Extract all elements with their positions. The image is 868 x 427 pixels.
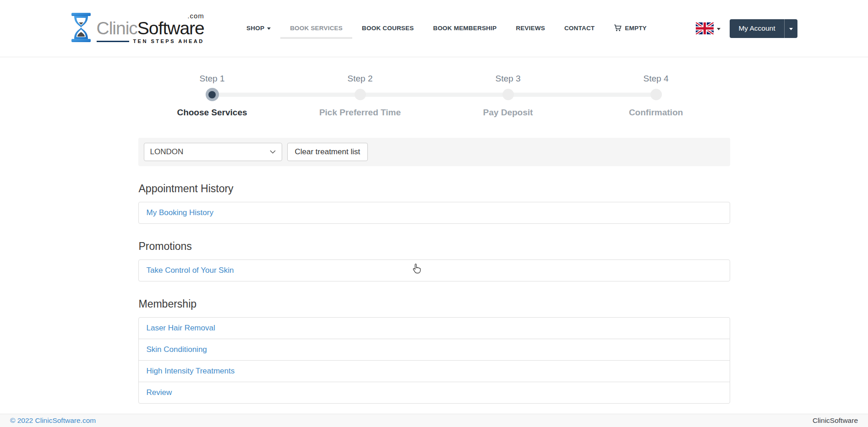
- step-4-indicator[interactable]: [650, 89, 662, 100]
- review-link[interactable]: Review: [147, 388, 172, 397]
- step-2-title: Step 2: [286, 74, 434, 84]
- chevron-down-icon: [789, 28, 793, 30]
- list-item[interactable]: My Booking History: [139, 202, 730, 223]
- nav-contact[interactable]: CONTACT: [555, 18, 604, 39]
- cart-icon: [614, 24, 622, 32]
- take-control-of-your-skin-link[interactable]: Take Control of Your Skin: [147, 266, 234, 275]
- section-heading-promotions: Promotions: [139, 240, 730, 253]
- footer-brand-text: ClinicSoftware: [813, 416, 858, 425]
- membership-list: Laser Hair Removal Skin Conditioning Hig…: [138, 317, 730, 404]
- high-intensity-treatments-link[interactable]: High Intensity Treatments: [147, 367, 235, 375]
- chevron-down-icon: [717, 28, 721, 30]
- step-4-title: Step 4: [582, 74, 730, 84]
- booking-step-progress: Step 1 Step 2 Step 3 Step 4 Choose Servi…: [138, 74, 730, 118]
- main-nav: SHOP BOOK SERVICES BOOK COURSES BOOK MEM…: [208, 18, 685, 39]
- chevron-down-icon: [267, 27, 271, 30]
- nav-shop[interactable]: SHOP: [237, 18, 280, 39]
- hourglass-logo-icon: [71, 12, 92, 44]
- location-select[interactable]: LONDON: [144, 143, 282, 161]
- appointment-history-list: My Booking History: [138, 202, 730, 224]
- logo-wordmark: ClinicSoftware: [97, 19, 204, 38]
- step-2-indicator[interactable]: [355, 89, 366, 100]
- list-item[interactable]: Review: [139, 382, 730, 403]
- section-heading-membership: Membership: [139, 298, 730, 310]
- step-2-label: Pick Preferred Time: [286, 108, 434, 118]
- uk-flag-icon: [696, 22, 714, 34]
- my-account-button[interactable]: My Account: [730, 19, 784, 38]
- nav-book-membership[interactable]: BOOK MEMBERSHIP: [423, 18, 506, 39]
- laser-hair-removal-link[interactable]: Laser Hair Removal: [147, 324, 215, 332]
- list-item[interactable]: Take Control of Your Skin: [139, 260, 730, 281]
- step-3-indicator[interactable]: [502, 89, 514, 100]
- list-item[interactable]: Skin Conditioning: [139, 339, 730, 360]
- logo-underline: [97, 41, 130, 42]
- language-selector[interactable]: [696, 22, 721, 34]
- chevron-down-icon: [270, 150, 276, 154]
- nav-book-courses[interactable]: BOOK COURSES: [352, 18, 423, 39]
- nav-book-services[interactable]: BOOK SERVICES: [280, 18, 352, 39]
- nav-cart-empty[interactable]: EMPTY: [604, 18, 656, 39]
- nav-reviews[interactable]: REVIEWS: [506, 18, 555, 39]
- step-3-title: Step 3: [434, 74, 582, 84]
- skin-conditioning-link[interactable]: Skin Conditioning: [147, 345, 207, 354]
- step-1-indicator-active[interactable]: [206, 88, 219, 101]
- clinicsoftware-logo[interactable]: .com ClinicSoftware TEN STEPS AHEAD: [71, 12, 208, 44]
- my-account-dropdown-toggle[interactable]: [784, 19, 797, 38]
- promotions-list: Take Control of Your Skin: [138, 259, 730, 281]
- footer: © 2022 ClinicSoftware.com ClinicSoftware: [0, 414, 868, 427]
- logo-tagline: TEN STEPS AHEAD: [133, 38, 204, 44]
- section-heading-appointment-history: Appointment History: [139, 183, 730, 195]
- location-select-value: LONDON: [150, 147, 184, 157]
- location-toolbar: LONDON Clear treatment list: [138, 138, 730, 166]
- clear-treatment-list-button[interactable]: Clear treatment list: [287, 143, 368, 161]
- footer-copyright-link[interactable]: © 2022 ClinicSoftware.com: [10, 416, 96, 425]
- my-account-split-button: My Account: [730, 19, 797, 38]
- list-item[interactable]: High Intensity Treatments: [139, 360, 730, 382]
- step-4-label: Confirmation: [582, 108, 730, 118]
- header: .com ClinicSoftware TEN STEPS AHEAD SHOP…: [0, 0, 868, 57]
- my-booking-history-link[interactable]: My Booking History: [147, 208, 213, 217]
- step-1-title: Step 1: [138, 74, 286, 84]
- step-3-label: Pay Deposit: [434, 108, 582, 118]
- step-1-label: Choose Services: [138, 108, 286, 118]
- list-item[interactable]: Laser Hair Removal: [139, 318, 730, 339]
